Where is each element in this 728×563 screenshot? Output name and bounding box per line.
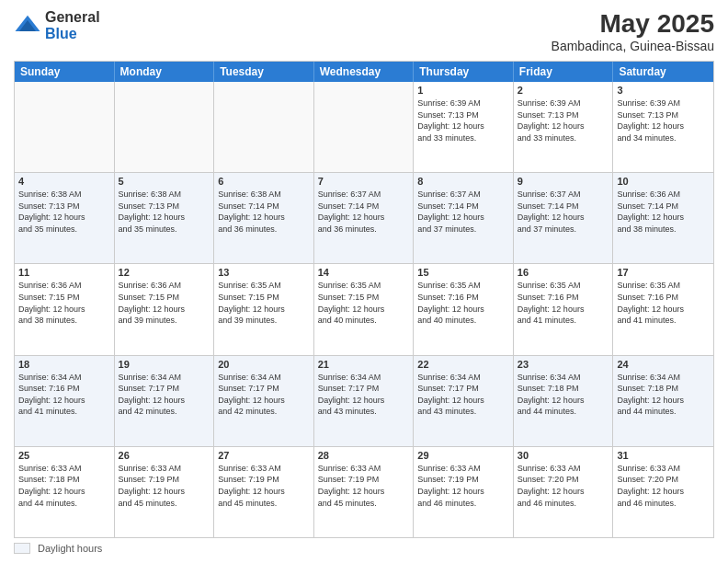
day-number: 5 — [119, 176, 210, 187]
day-number: 23 — [518, 359, 609, 370]
day-cell: 23Sunrise: 6:34 AM Sunset: 7:18 PM Dayli… — [514, 356, 614, 446]
page: General Blue May 2025 Bambadinca, Guinea… — [0, 0, 728, 563]
day-info: Sunrise: 6:33 AM Sunset: 7:19 PM Dayligh… — [218, 463, 310, 509]
day-cell: 16Sunrise: 6:35 AM Sunset: 7:16 PM Dayli… — [514, 264, 614, 354]
day-info: Sunrise: 6:36 AM Sunset: 7:14 PM Dayligh… — [617, 189, 710, 235]
day-number: 10 — [617, 176, 710, 187]
day-info: Sunrise: 6:37 AM Sunset: 7:14 PM Dayligh… — [318, 189, 410, 235]
day-number: 22 — [417, 359, 509, 370]
week-row-2: 4Sunrise: 6:38 AM Sunset: 7:13 PM Daylig… — [15, 172, 713, 263]
day-info: Sunrise: 6:35 AM Sunset: 7:16 PM Dayligh… — [417, 280, 509, 326]
day-info: Sunrise: 6:34 AM Sunset: 7:17 PM Dayligh… — [218, 372, 310, 418]
day-number: 21 — [318, 359, 410, 370]
logo-general: General — [45, 9, 100, 26]
day-headers: SundayMondayTuesdayWednesdayThursdayFrid… — [15, 62, 713, 82]
day-info: Sunrise: 6:35 AM Sunset: 7:16 PM Dayligh… — [518, 280, 609, 326]
day-info: Sunrise: 6:36 AM Sunset: 7:15 PM Dayligh… — [119, 280, 210, 326]
day-number: 14 — [318, 267, 410, 278]
day-number: 11 — [18, 267, 110, 278]
day-cell: 26Sunrise: 6:33 AM Sunset: 7:19 PM Dayli… — [115, 447, 215, 537]
day-cell: 30Sunrise: 6:33 AM Sunset: 7:20 PM Dayli… — [514, 447, 614, 537]
day-header-sunday: Sunday — [15, 62, 115, 82]
day-number: 30 — [518, 450, 609, 461]
day-cell: 11Sunrise: 6:36 AM Sunset: 7:15 PM Dayli… — [15, 264, 115, 354]
day-cell: 7Sunrise: 6:37 AM Sunset: 7:14 PM Daylig… — [314, 173, 415, 263]
logo-blue: Blue — [45, 26, 100, 42]
day-cell: 12Sunrise: 6:36 AM Sunset: 7:15 PM Dayli… — [115, 264, 215, 354]
day-cell: 9Sunrise: 6:37 AM Sunset: 7:14 PM Daylig… — [514, 173, 614, 263]
day-cell: 27Sunrise: 6:33 AM Sunset: 7:19 PM Dayli… — [214, 447, 314, 537]
day-cell: 31Sunrise: 6:33 AM Sunset: 7:20 PM Dayli… — [613, 447, 713, 537]
day-number: 16 — [518, 267, 609, 278]
day-cell: 19Sunrise: 6:34 AM Sunset: 7:17 PM Dayli… — [115, 356, 215, 446]
day-info: Sunrise: 6:38 AM Sunset: 7:14 PM Dayligh… — [218, 189, 310, 235]
day-cell: 5Sunrise: 6:38 AM Sunset: 7:13 PM Daylig… — [115, 173, 215, 263]
day-header-thursday: Thursday — [414, 62, 514, 82]
location: Bambadinca, Guinea-Bissau — [552, 39, 714, 53]
day-info: Sunrise: 6:34 AM Sunset: 7:17 PM Dayligh… — [417, 372, 509, 418]
day-number: 6 — [218, 176, 310, 187]
day-cell: 13Sunrise: 6:35 AM Sunset: 7:15 PM Dayli… — [214, 264, 314, 354]
day-cell: 20Sunrise: 6:34 AM Sunset: 7:17 PM Dayli… — [214, 356, 314, 446]
day-number: 2 — [518, 85, 609, 96]
day-info: Sunrise: 6:34 AM Sunset: 7:17 PM Dayligh… — [318, 372, 410, 418]
day-info: Sunrise: 6:38 AM Sunset: 7:13 PM Dayligh… — [119, 189, 210, 235]
day-number: 15 — [417, 267, 509, 278]
day-header-monday: Monday — [115, 62, 215, 82]
day-number: 28 — [318, 450, 410, 461]
day-info: Sunrise: 6:33 AM Sunset: 7:19 PM Dayligh… — [119, 463, 210, 509]
day-info: Sunrise: 6:37 AM Sunset: 7:14 PM Dayligh… — [518, 189, 609, 235]
logo-icon — [14, 12, 41, 40]
logo-text: General Blue — [45, 9, 100, 41]
day-info: Sunrise: 6:35 AM Sunset: 7:15 PM Dayligh… — [318, 280, 410, 326]
header: General Blue May 2025 Bambadinca, Guinea… — [14, 9, 714, 53]
day-cell: 28Sunrise: 6:33 AM Sunset: 7:19 PM Dayli… — [314, 447, 415, 537]
day-number: 12 — [119, 267, 210, 278]
day-number: 25 — [18, 450, 110, 461]
day-cell: 2Sunrise: 6:39 AM Sunset: 7:13 PM Daylig… — [514, 82, 614, 172]
day-number: 3 — [617, 85, 710, 96]
day-info: Sunrise: 6:34 AM Sunset: 7:18 PM Dayligh… — [518, 372, 609, 418]
day-cell: 15Sunrise: 6:35 AM Sunset: 7:16 PM Dayli… — [414, 264, 514, 354]
week-row-3: 11Sunrise: 6:36 AM Sunset: 7:15 PM Dayli… — [15, 263, 713, 354]
day-cell — [115, 82, 215, 172]
footer: Daylight hours — [14, 543, 714, 554]
day-cell — [214, 82, 314, 172]
calendar: SundayMondayTuesdayWednesdayThursdayFrid… — [14, 61, 714, 538]
week-row-5: 25Sunrise: 6:33 AM Sunset: 7:18 PM Dayli… — [15, 446, 713, 537]
day-cell: 22Sunrise: 6:34 AM Sunset: 7:17 PM Dayli… — [414, 356, 514, 446]
day-cell — [15, 82, 115, 172]
day-cell: 24Sunrise: 6:34 AM Sunset: 7:18 PM Dayli… — [613, 356, 713, 446]
day-info: Sunrise: 6:39 AM Sunset: 7:13 PM Dayligh… — [518, 98, 609, 144]
calendar-body: 1Sunrise: 6:39 AM Sunset: 7:13 PM Daylig… — [15, 82, 713, 537]
day-number: 19 — [119, 359, 210, 370]
day-cell: 10Sunrise: 6:36 AM Sunset: 7:14 PM Dayli… — [613, 173, 713, 263]
day-number: 18 — [18, 359, 110, 370]
day-number: 7 — [318, 176, 410, 187]
day-info: Sunrise: 6:33 AM Sunset: 7:20 PM Dayligh… — [518, 463, 609, 509]
daylight-label: Daylight hours — [38, 543, 102, 554]
day-number: 1 — [417, 85, 509, 96]
day-number: 17 — [617, 267, 710, 278]
day-info: Sunrise: 6:34 AM Sunset: 7:16 PM Dayligh… — [18, 372, 110, 418]
day-cell: 17Sunrise: 6:35 AM Sunset: 7:16 PM Dayli… — [613, 264, 713, 354]
week-row-4: 18Sunrise: 6:34 AM Sunset: 7:16 PM Dayli… — [15, 355, 713, 446]
day-cell: 14Sunrise: 6:35 AM Sunset: 7:15 PM Dayli… — [314, 264, 415, 354]
day-info: Sunrise: 6:33 AM Sunset: 7:20 PM Dayligh… — [617, 463, 710, 509]
day-number: 26 — [119, 450, 210, 461]
day-header-friday: Friday — [514, 62, 614, 82]
day-cell — [314, 82, 415, 172]
day-number: 8 — [417, 176, 509, 187]
day-header-tuesday: Tuesday — [214, 62, 314, 82]
day-number: 13 — [218, 267, 310, 278]
day-cell: 18Sunrise: 6:34 AM Sunset: 7:16 PM Dayli… — [15, 356, 115, 446]
title-block: May 2025 Bambadinca, Guinea-Bissau — [552, 9, 714, 53]
day-number: 29 — [417, 450, 509, 461]
day-cell: 4Sunrise: 6:38 AM Sunset: 7:13 PM Daylig… — [15, 173, 115, 263]
day-header-wednesday: Wednesday — [314, 62, 415, 82]
day-info: Sunrise: 6:39 AM Sunset: 7:13 PM Dayligh… — [617, 98, 710, 144]
day-cell: 25Sunrise: 6:33 AM Sunset: 7:18 PM Dayli… — [15, 447, 115, 537]
day-cell: 3Sunrise: 6:39 AM Sunset: 7:13 PM Daylig… — [613, 82, 713, 172]
day-info: Sunrise: 6:35 AM Sunset: 7:15 PM Dayligh… — [218, 280, 310, 326]
day-number: 31 — [617, 450, 710, 461]
